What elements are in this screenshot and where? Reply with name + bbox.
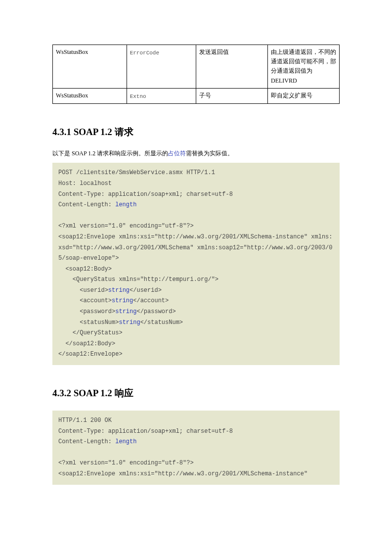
code-line: <soap12:Envelope xmlns:xsi="http://www.w… bbox=[58, 233, 333, 262]
intro-suffix: 需替换为实际值。 bbox=[186, 150, 233, 157]
cell-desc: 由上级通道返回，不同的通道返回值可能不同，部分通道返回值为 DELIVRD bbox=[267, 45, 339, 89]
code-line: <?xml version="1.0" encoding="utf-8"?> bbox=[58, 223, 194, 230]
code-line: <userid> bbox=[58, 287, 108, 294]
code-line: <QueryStatus xmlns="http://tempuri.org/"… bbox=[58, 276, 218, 283]
code-line: </QueryStatus> bbox=[58, 329, 123, 336]
code-placeholder: string bbox=[108, 287, 130, 294]
cell-class: WsStatusBox bbox=[53, 45, 127, 89]
code-line: Content-Type: application/soap+xml; char… bbox=[58, 428, 233, 435]
status-table: WsStatusBox ErrorCode 发送返回值 由上级通道返回，不同的通… bbox=[52, 45, 340, 104]
code-line: <account> bbox=[58, 297, 112, 304]
code-line: Host: localhost bbox=[58, 180, 112, 187]
code-line: </statusNum> bbox=[140, 319, 183, 326]
code-line: </account> bbox=[133, 297, 169, 304]
heading-soap-response: 4.3.2 SOAP 1.2 响应 bbox=[52, 387, 340, 400]
heading-soap-request: 4.3.1 SOAP 1.2 请求 bbox=[52, 126, 340, 139]
code-line: </soap12:Body> bbox=[58, 340, 115, 347]
code-line: HTTP/1.1 200 OK bbox=[58, 417, 112, 424]
table-row: WsStatusBox Extno 子号 即自定义扩展号 bbox=[53, 88, 340, 104]
soap-response-code: HTTP/1.1 200 OK Content-Type: applicatio… bbox=[52, 411, 340, 485]
table-row: WsStatusBox ErrorCode 发送返回值 由上级通道返回，不同的通… bbox=[53, 45, 340, 89]
cell-label: 发送返回值 bbox=[196, 45, 267, 89]
code-placeholder: string bbox=[112, 297, 133, 304]
code-line: Content-Length: bbox=[58, 201, 115, 208]
code-line: <?xml version="1.0" encoding="utf-8"?> bbox=[58, 460, 194, 466]
cell-class: WsStatusBox bbox=[53, 88, 127, 104]
cell-field: Extno bbox=[127, 88, 196, 104]
code-line: </password> bbox=[136, 308, 175, 315]
cell-label: 子号 bbox=[196, 88, 267, 104]
intro-prefix: 以下是 SOAP 1.2 请求和响应示例。所显示的 bbox=[52, 150, 168, 157]
code-line: <password> bbox=[58, 308, 115, 315]
code-line: <statusNum> bbox=[58, 319, 119, 326]
intro-text: 以下是 SOAP 1.2 请求和响应示例。所显示的占位符需替换为实际值。 bbox=[52, 149, 340, 158]
code-line: Content-Length: bbox=[58, 438, 115, 445]
code-placeholder: length bbox=[115, 438, 136, 445]
code-line: Content-Type: application/soap+xml; char… bbox=[58, 191, 233, 198]
placeholder-link[interactable]: 占位符 bbox=[168, 150, 186, 157]
code-placeholder: string bbox=[119, 319, 140, 326]
code-line: </soap12:Envelope> bbox=[58, 351, 123, 358]
code-placeholder: length bbox=[115, 201, 136, 208]
code-line: </userid> bbox=[130, 287, 162, 294]
code-placeholder: string bbox=[115, 308, 136, 315]
code-line: POST /clientsite/SmsWebService.asmx HTTP… bbox=[58, 169, 215, 176]
cell-field: ErrorCode bbox=[127, 45, 196, 89]
code-line: <soap12:Body> bbox=[58, 266, 112, 273]
soap-request-code: POST /clientsite/SmsWebService.asmx HTTP… bbox=[52, 163, 340, 365]
cell-desc: 即自定义扩展号 bbox=[267, 88, 339, 104]
code-line: <soap12:Envelope xmlns:xsi="http://www.w… bbox=[58, 470, 311, 477]
